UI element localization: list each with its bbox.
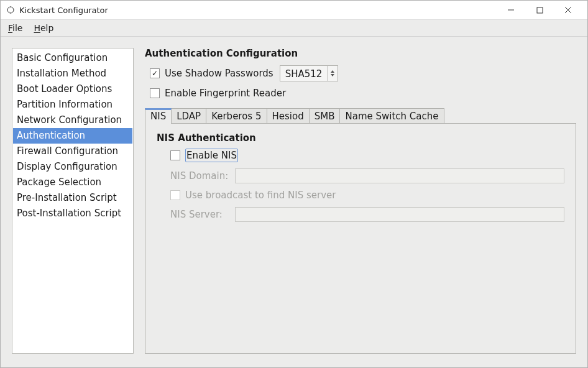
sidebar-item-boot-loader-options[interactable]: Boot Loader Options [13, 81, 132, 97]
menu-file[interactable]: File [3, 22, 27, 34]
use-shadow-passwords-option[interactable]: Use Shadow Passwords [150, 68, 273, 79]
tab-nis[interactable]: NIS [145, 108, 172, 124]
tab-smb[interactable]: SMB [309, 108, 341, 124]
nis-broadcast-option: Use broadcast to find NIS server [170, 190, 336, 201]
use-shadow-passwords-label: Use Shadow Passwords [165, 68, 273, 79]
sidebar-item-authentication[interactable]: Authentication [13, 128, 132, 144]
main-panel: Authentication Configuration Use Shadow … [145, 48, 576, 354]
use-shadow-passwords-checkbox[interactable] [150, 68, 160, 78]
nis-broadcast-checkbox [170, 190, 180, 200]
minimize-icon [507, 6, 515, 14]
enable-nis-checkbox[interactable] [170, 150, 180, 160]
nis-server-row: NIS Server: [170, 207, 564, 222]
sidebar-item-firewall-configuration[interactable]: Firewall Configuration [13, 144, 132, 159]
menu-file-label: ile [12, 23, 22, 33]
tab-kerberos5[interactable]: Kerberos 5 [206, 108, 267, 124]
close-button[interactable] [554, 1, 582, 19]
sidebar-item-partition-information[interactable]: Partition Information [13, 97, 132, 113]
sidebar-item-pre-installation-script[interactable]: Pre-Installation Script [13, 190, 132, 206]
app-icon [6, 5, 16, 15]
menubar: File Help [1, 20, 587, 37]
sidebar-item-post-installation-script[interactable]: Post-Installation Script [13, 206, 132, 221]
nis-broadcast-row: Use broadcast to find NIS server [170, 190, 564, 201]
combo-spinner-icon [327, 66, 338, 81]
sidebar-item-basic-configuration[interactable]: Basic Configuration [13, 50, 132, 66]
sidebar: Basic Configuration Installation Method … [12, 48, 134, 354]
nis-broadcast-label: Use broadcast to find NIS server [185, 190, 336, 201]
hash-algorithm-select[interactable]: SHA512 [280, 65, 339, 81]
nis-domain-label: NIS Domain: [170, 170, 229, 182]
nis-domain-input [235, 168, 564, 183]
client-area: Basic Configuration Installation Method … [1, 37, 587, 367]
enable-fingerprint-label: Enable Fingerprint Reader [165, 88, 286, 99]
fingerprint-row: Enable Fingerprint Reader [145, 88, 576, 99]
titlebar: Kickstart Configurator [1, 1, 587, 20]
close-icon [564, 6, 572, 14]
nis-authentication-title: NIS Authentication [157, 132, 564, 144]
nis-form: Enable NIS NIS Domain: Use broadcast to … [170, 149, 564, 222]
hash-algorithm-value: SHA512 [280, 66, 328, 81]
minimize-button[interactable] [497, 1, 525, 19]
enable-nis-label: Enable NIS [186, 150, 237, 161]
tab-name-switch-cache[interactable]: Name Switch Cache [339, 108, 444, 124]
nis-server-input [235, 207, 564, 222]
page-title: Authentication Configuration [145, 48, 576, 59]
menu-help[interactable]: Help [29, 22, 58, 34]
nis-tabpanel: NIS Authentication Enable NIS NIS Domain… [145, 123, 576, 354]
shadow-passwords-row: Use Shadow Passwords SHA512 [145, 65, 576, 81]
sidebar-item-installation-method[interactable]: Installation Method [13, 66, 132, 81]
tab-hesiod[interactable]: Hesiod [267, 108, 310, 124]
enable-nis-focus-ring: Enable NIS [185, 149, 238, 162]
tab-ldap[interactable]: LDAP [171, 108, 206, 124]
menu-help-label: elp [40, 23, 53, 33]
window-title: Kickstart Configurator [19, 6, 108, 15]
app-window: Kickstart Configurator File Help Basic C… [0, 0, 588, 368]
enable-nis-option[interactable]: Enable NIS [170, 149, 564, 162]
sidebar-item-network-configuration[interactable]: Network Configuration [13, 113, 132, 128]
auth-tabstrip: NIS LDAP Kerberos 5 Hesiod SMB Name Swit… [145, 108, 576, 123]
enable-fingerprint-option[interactable]: Enable Fingerprint Reader [150, 88, 286, 99]
enable-fingerprint-checkbox[interactable] [150, 88, 160, 98]
maximize-button[interactable] [525, 1, 554, 19]
nis-server-label: NIS Server: [170, 209, 229, 220]
svg-rect-2 [537, 7, 543, 13]
sidebar-item-package-selection[interactable]: Package Selection [13, 175, 132, 190]
nis-domain-row: NIS Domain: [170, 168, 564, 183]
sidebar-item-display-configuration[interactable]: Display Configuration [13, 159, 132, 175]
maximize-icon [536, 7, 543, 14]
